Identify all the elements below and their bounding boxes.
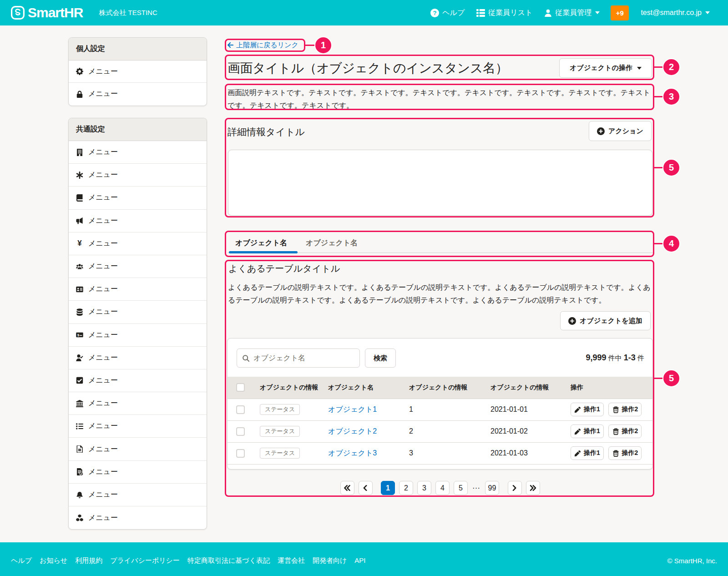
svg-text:?: ?	[433, 10, 437, 16]
